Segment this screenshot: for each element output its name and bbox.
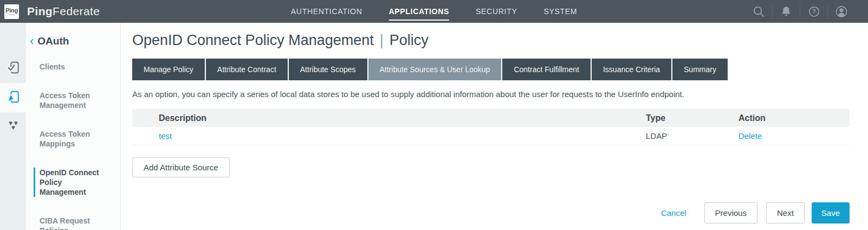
table-header-row: Description Type Action xyxy=(132,109,850,127)
nav-authentication[interactable]: AUTHENTICATION xyxy=(291,2,362,21)
attribute-sources-table: Description Type Action test LDAP Delete xyxy=(132,109,850,145)
column-header-action: Action xyxy=(739,113,850,123)
nav-applications[interactable]: APPLICATIONS xyxy=(388,2,449,21)
save-button[interactable]: Save xyxy=(812,202,850,223)
account-avatar-icon[interactable] xyxy=(835,5,848,18)
svg-text:?: ? xyxy=(812,8,815,15)
add-attribute-source-button[interactable]: Add Attribute Source xyxy=(132,157,230,177)
tab-manage-policy[interactable]: Manage Policy xyxy=(132,59,206,80)
nav-system[interactable]: SYSTEM xyxy=(543,2,577,21)
rail-item-clients[interactable] xyxy=(0,54,26,83)
sidebar-item-access-token-management[interactable]: Access Token Management xyxy=(40,91,109,110)
page-description: As an option, you can specify a series o… xyxy=(132,90,850,99)
tab-issuance-criteria[interactable]: Issuance Criteria xyxy=(592,59,672,80)
rail-item-mappings[interactable] xyxy=(0,112,26,141)
ping-logo-subtext: Identity xyxy=(8,14,15,16)
table-row: test LDAP Delete xyxy=(132,127,850,145)
tab-bar: Manage Policy Attribute Contract Attribu… xyxy=(132,59,728,80)
nav-security[interactable]: SECURITY xyxy=(476,2,517,21)
rail-item-access-token[interactable] xyxy=(0,83,26,112)
sidebar: ‹ OAuth Clients Access Token Management … xyxy=(0,23,121,230)
ping-logo[interactable]: Ping Identity xyxy=(4,4,19,19)
previous-button[interactable]: Previous xyxy=(704,202,757,223)
topbar-divider xyxy=(772,4,773,18)
tab-contract-fulfillment[interactable]: Contract Fulfillment xyxy=(502,59,592,80)
tab-summary[interactable]: Summary xyxy=(672,59,728,80)
ping-logo-text: Ping xyxy=(5,8,18,14)
page-title: OpenID Connect Policy Management|Policy xyxy=(132,32,850,49)
sidebar-icon-rail xyxy=(0,23,26,230)
topbar-divider xyxy=(827,4,828,18)
mappings-icon xyxy=(7,119,20,135)
clients-check-icon xyxy=(6,60,21,77)
tab-attribute-scopes[interactable]: Attribute Scopes xyxy=(289,59,368,80)
main-content: OpenID Connect Policy Management|Policy … xyxy=(121,23,868,230)
column-header-type: Type xyxy=(646,113,739,123)
app-title-rest: Federate xyxy=(53,5,100,17)
sidebar-back-oauth[interactable]: ‹ OAuth xyxy=(30,35,120,47)
topbar-icons: ? xyxy=(745,4,855,18)
sidebar-item-openid-connect-policy-management[interactable]: OpenID Connect Policy Management xyxy=(34,168,103,197)
delete-link[interactable]: Delete xyxy=(739,131,762,140)
sidebar-section-title: OAuth xyxy=(37,35,69,47)
page-title-main: OpenID Connect Policy Management xyxy=(132,32,374,48)
access-token-icon xyxy=(6,90,21,106)
footer-actions: Cancel Previous Next Save xyxy=(661,202,850,223)
tab-attribute-sources-user-lookup[interactable]: Attribute Sources & User Lookup xyxy=(368,59,503,80)
tab-attribute-contract[interactable]: Attribute Contract xyxy=(206,59,289,80)
page-title-suffix: Policy xyxy=(390,32,429,48)
column-header-description: Description xyxy=(132,113,646,123)
page-title-separator: | xyxy=(380,32,384,48)
sidebar-item-clients[interactable]: Clients xyxy=(40,62,109,72)
cancel-link[interactable]: Cancel xyxy=(661,208,686,218)
app-title-bold: Ping xyxy=(27,5,53,17)
next-button[interactable]: Next xyxy=(766,202,805,223)
main-nav: AUTHENTICATION APPLICATIONS SECURITY SYS… xyxy=(291,0,577,23)
search-icon[interactable] xyxy=(752,5,765,18)
topbar-divider xyxy=(800,4,800,18)
top-bar: Ping Identity PingFederate AUTHENTICATIO… xyxy=(0,0,868,23)
sidebar-menu: ‹ OAuth Clients Access Token Management … xyxy=(26,23,120,230)
notifications-bell-icon[interactable] xyxy=(780,5,793,18)
chevron-left-icon: ‹ xyxy=(30,36,34,46)
sidebar-item-ciba-request-policies[interactable]: CIBA Request Policies xyxy=(40,216,109,230)
attribute-source-type: LDAP xyxy=(646,131,739,140)
sidebar-item-access-token-mappings[interactable]: Access Token Mappings xyxy=(40,129,109,149)
attribute-source-link[interactable]: test xyxy=(159,131,172,140)
help-icon[interactable]: ? xyxy=(807,5,820,18)
app-title: PingFederate xyxy=(27,5,100,18)
